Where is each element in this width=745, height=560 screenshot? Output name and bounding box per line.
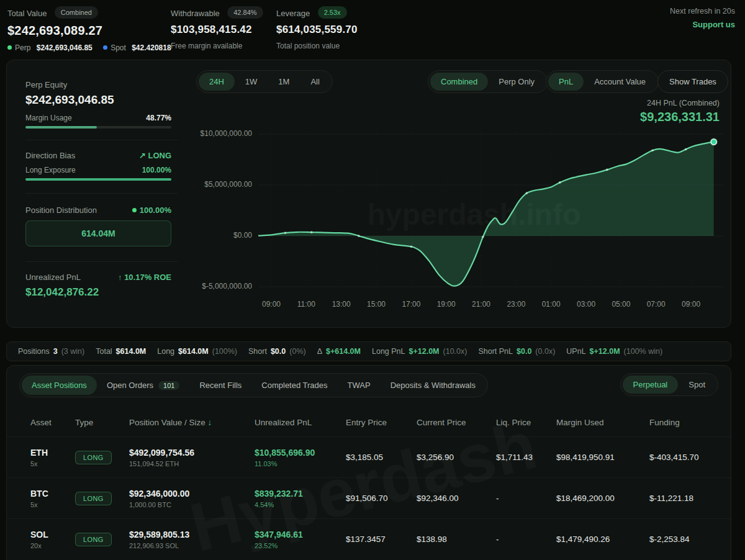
liq-price: $1,711.43 [496,453,556,462]
table-row-eth[interactable]: ETH5x LONG $492,099,754.56151,094.52 ETH… [7,436,731,477]
tab-deposits-withdrawals[interactable]: Deposits & Withdrawals [381,376,485,395]
combined-badge: Combined [55,6,98,19]
chart-x-axis: 09:0011:0013:0015:0017:0019:0021:0023:00… [258,300,724,310]
divider [25,140,178,140]
withdrawable-sub: Free margin available [171,42,263,50]
unrealized-pnl-label: Unrealized PnL [25,273,81,282]
position-distribution-label: Position Distribution [25,205,97,215]
direction-bias-row: Direction Bias ↗ LONG [25,151,171,160]
leverage-label: Leverage [276,9,310,18]
tab-twap[interactable]: TWAP [338,376,381,395]
current-price: $3,256.90 [417,453,496,462]
position-distribution-value: 100.00% [140,205,171,215]
margin-usage-row: Margin Usage 48.77% [25,114,171,122]
funding: $-2,253.84 [649,535,731,544]
tab-range-24h[interactable]: 24H [199,73,235,91]
summary-item: Long$614.0M(100%) [157,347,237,356]
col-liq-price: Liq. Price [496,418,556,427]
x-tick-label: 23:00 [502,300,530,309]
total-value-block: Total Value Combined $242,693,089.27 Per… [7,6,171,52]
withdrawable-block: Withdrawable 42.84% $103,958,415.42 Free… [171,6,263,50]
roe-up-icon: ↑ [118,273,122,282]
summary-item: Short PnL$0.0(0.0x) [478,347,555,356]
leverage-block: Leverage 2.53x $614,035,559.70 Total pos… [276,6,358,50]
x-tick-label: 01:00 [538,300,565,309]
tab-mode-perp-only[interactable]: Perp Only [488,73,545,91]
direction-bias-value: LONG [148,151,171,160]
position-value: $492,099,754.56 [129,448,255,458]
summary-item: UPnL$+12.0M(100% win) [566,347,662,356]
entry-price: $91,506.70 [346,494,417,503]
pnl-title: 24H PnL (Combined) [647,99,720,107]
perp-spot-row: Perp $242,693,046.85 Spot $42.420818 [7,43,171,52]
direction-bias-label: Direction Bias [25,151,75,160]
unrealized-pnl-pct: 4.54% [255,501,346,508]
y-tick-label: $5,000,000.00 [204,180,252,189]
table-header-row: Asset Type Position Value / Size ↓ Unrea… [7,418,731,427]
summary-item: Long PnL$+12.0M(10.0x) [372,347,467,356]
funding: $-11,221.18 [649,494,731,503]
withdrawable-value: $103,958,415.42 [171,24,263,36]
col-entry-price: Entry Price [346,418,417,427]
unrealized-pnl: $839,232.71 [255,489,346,499]
support-us-link[interactable]: Support us [692,20,735,29]
y-tick-label: $0.00 [233,231,252,240]
tab-metric-pnl[interactable]: PnL [548,73,584,91]
x-tick-label: 15:00 [363,300,390,309]
margin-used: $1,479,490.26 [556,535,649,544]
x-tick-label: 05:00 [607,300,634,309]
x-tick-label: 09:00 [258,300,285,309]
x-tick-label: 11:00 [292,300,320,309]
perp-equity-value: $242,693,046.85 [25,93,114,107]
tab-range-1m[interactable]: 1M [268,73,300,91]
divider [25,193,178,194]
col-unrealized-pnl: Unrealized PnL [255,418,346,427]
distribution-segment-value: 614.04M [81,228,115,238]
col-funding: Funding [649,418,731,427]
tab-mode-combined[interactable]: Combined [430,73,488,91]
position-value: $29,589,805.13 [129,530,255,540]
distribution-segment: 614.04M [25,220,171,246]
table-row-sol[interactable]: SOL20x LONG $29,589,805.13212,906.93 SOL… [7,518,731,559]
refresh-timer: Next refresh in 20s [670,7,735,16]
tab-asset-positions[interactable]: Asset Positions [22,376,97,395]
x-tick-label: 07:00 [643,300,670,309]
unrealized-pnl-row: Unrealized PnL ↑ 10.17% ROE [25,273,171,282]
tab-spot[interactable]: Spot [678,376,716,394]
current-price: $92,346.00 [417,494,496,503]
tab-metric-account-value[interactable]: Account Value [584,73,656,91]
tab-perpetual[interactable]: Perpetual [623,376,679,394]
side-badge: LONG [75,533,112,546]
table-row-btc[interactable]: BTC5x LONG $92,346,000.001,000.00 BTC $8… [7,477,731,518]
tab-range-all[interactable]: All [300,73,330,91]
unrealized-pnl-value: $12,042,876.22 [25,286,99,299]
tab-open-orders[interactable]: Open Orders101 [97,376,190,395]
metric-tab-group: PnL Account Value [546,70,659,93]
pnl-chart [258,127,724,295]
long-exposure-value: 100.00% [142,166,171,174]
col-current-price: Current Price [417,418,496,427]
side-badge: LONG [75,492,112,505]
tab-range-1w[interactable]: 1W [235,73,268,91]
total-value-label: Total Value [7,9,47,18]
x-tick-label: 09:00 [677,300,705,309]
x-tick-label: 13:00 [328,300,355,309]
tab-recent-fills[interactable]: Recent Fills [189,376,251,395]
show-trades-button[interactable]: Show Trades [657,70,728,93]
spot-value: $42.420818 [132,43,171,52]
roe-value: 10.17% ROE [124,273,171,282]
overview-card: Perp Equity $242,693,046.85 Margin Usage… [6,60,731,328]
tab-completed-trades[interactable]: Completed Trades [251,376,337,395]
asset-leverage: 20x [30,542,75,549]
position-size: 151,094.52 ETH [129,460,255,467]
margin-usage-bar [25,126,171,129]
col-asset: Asset [30,418,75,427]
col-margin-used: Margin Used [556,418,649,427]
withdrawable-pct-badge: 42.84% [227,6,263,19]
chart-plot-area[interactable]: hyperdash.info [258,127,724,295]
withdrawable-label: Withdrawable [171,9,220,18]
col-position-value[interactable]: Position Value / Size ↓ [129,418,255,427]
market-tab-group: Perpetual Spot [620,373,718,396]
summary-item: Δ$+614.0M [317,347,361,356]
liq-price: - [496,535,556,544]
